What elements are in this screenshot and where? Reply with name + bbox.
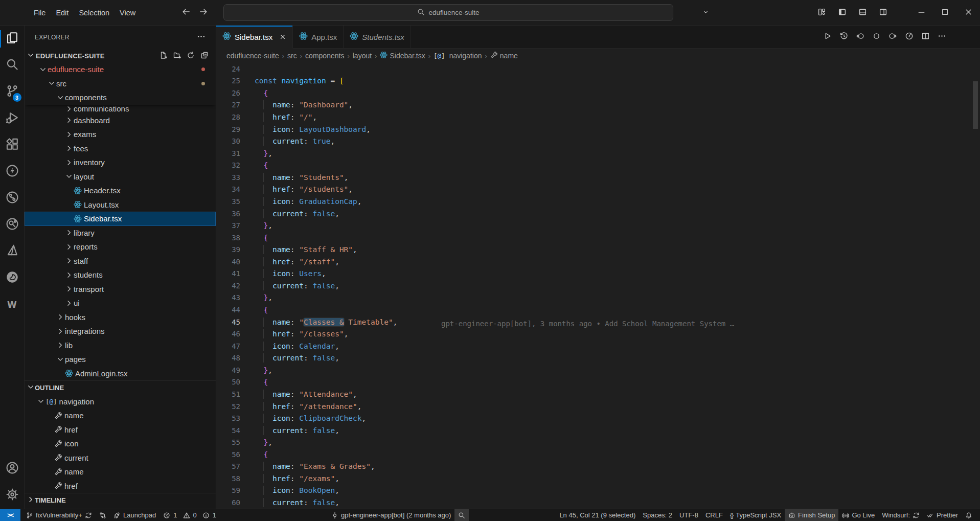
activity-explorer[interactable]	[0, 26, 25, 52]
activity-run-debug[interactable]	[0, 105, 25, 132]
breadcrumb-item-name[interactable]: name	[490, 51, 518, 60]
breadcrumb-item-components[interactable]: components	[305, 52, 344, 60]
status-launchpad[interactable]: Launchpad	[110, 509, 159, 521]
status-search-indicator[interactable]	[454, 509, 469, 521]
status-problems[interactable]: 101	[159, 509, 223, 521]
status-encoding[interactable]: UTF-8	[676, 509, 702, 521]
line-number[interactable]: 58	[216, 474, 240, 483]
refresh-explorer-button[interactable]	[187, 51, 195, 61]
line-number[interactable]: 27	[216, 101, 240, 109]
line-number[interactable]: 42	[216, 282, 240, 290]
code-line-58[interactable]: 58 href: "/exams",	[216, 472, 980, 485]
line-number[interactable]: 56	[216, 450, 240, 459]
editor-scrollbar[interactable]	[973, 81, 978, 129]
close-tab-icon[interactable]	[279, 33, 286, 40]
status-go-live[interactable]: Go Live	[838, 509, 878, 521]
tree-item-layout[interactable]: layout	[25, 170, 216, 184]
tree-item-staff[interactable]: staff	[25, 254, 216, 268]
tree-item-lib[interactable]: lib	[25, 338, 216, 353]
line-number[interactable]: 51	[216, 390, 240, 398]
breadcrumb-item-edufluence-suite[interactable]: edufluence-suite	[226, 52, 279, 60]
tree-item-header-tsx[interactable]: Header.tsx	[25, 184, 216, 198]
status-prettier[interactable]: Prettier	[923, 509, 962, 521]
code-line-52[interactable]: 52 href: "/attendance",	[216, 400, 980, 413]
line-number[interactable]: 31	[216, 149, 240, 157]
copilot-edit-session[interactable]	[701, 8, 709, 17]
line-number[interactable]: 54	[216, 426, 240, 435]
code-line-38[interactable]: 38 {	[216, 232, 980, 244]
outline-section-header[interactable]: OUTLINE	[25, 380, 216, 395]
tree-item-library[interactable]: library	[25, 226, 216, 240]
outline-item-navigation[interactable]: [@]navigation	[25, 395, 216, 409]
minimize-button[interactable]	[909, 0, 933, 26]
line-number[interactable]: 52	[216, 402, 240, 411]
menu-selection[interactable]: Selection	[74, 6, 115, 19]
customize-layout-button[interactable]	[811, 0, 832, 26]
toggle-secondary-sidebar-button[interactable]	[873, 0, 893, 26]
line-number[interactable]: 28	[216, 113, 240, 121]
line-number[interactable]: 57	[216, 462, 240, 470]
code-line-29[interactable]: 29 icon: LayoutDashboard,	[216, 123, 980, 135]
code-line-31[interactable]: 31 },	[216, 147, 980, 160]
status-git-blame-commit[interactable]: gpt-engineer-app[bot] (2 months ago)	[328, 509, 454, 521]
tree-item-integrations[interactable]: integrations	[25, 324, 216, 338]
activity-extensions[interactable]	[0, 132, 25, 158]
activity-prism[interactable]	[0, 238, 25, 265]
code-line-49[interactable]: 49 },	[216, 364, 980, 376]
toggle-primary-sidebar-button[interactable]	[832, 0, 852, 26]
tree-item-communications[interactable]: communications	[25, 105, 216, 114]
status-finish-setup[interactable]: Finish Setup	[785, 509, 838, 521]
menu-more-button[interactable]	[141, 6, 151, 19]
line-number[interactable]: 41	[216, 269, 240, 278]
activity-source-control[interactable]: 3	[0, 79, 25, 105]
activity-settings[interactable]	[0, 482, 25, 509]
code-line-30[interactable]: 30 current: true,	[216, 135, 980, 147]
tree-item-hooks[interactable]: hooks	[25, 310, 216, 325]
status-notifications[interactable]	[962, 509, 976, 521]
breadcrumb-item-navigation[interactable]: [@]navigation	[434, 52, 482, 60]
code-line-42[interactable]: 42 current: false,	[216, 280, 980, 292]
code-line-53[interactable]: 53 icon: ClipboardCheck,	[216, 412, 980, 424]
activity-git-graph[interactable]	[0, 212, 25, 238]
tree-item-transport[interactable]: transport	[25, 282, 216, 297]
maximize-button[interactable]	[933, 0, 956, 26]
tree-item-fees[interactable]: fees	[25, 142, 216, 156]
activity-accounts[interactable]	[0, 456, 25, 482]
nav-circle-forward-button[interactable]	[888, 32, 897, 42]
tree-item-reports[interactable]: reports	[25, 240, 216, 254]
activity-gitlens[interactable]	[0, 185, 25, 212]
line-number[interactable]: 45	[216, 318, 240, 326]
outline-item-href[interactable]: href	[25, 423, 216, 437]
nav-back-button[interactable]	[181, 7, 191, 18]
nav-circle-back-button[interactable]	[856, 32, 864, 42]
status-remote-indicator[interactable]: ><	[0, 509, 20, 521]
outline-item-name[interactable]: name	[25, 465, 216, 479]
more-actions-icon[interactable]	[197, 32, 206, 43]
code-line-57[interactable]: 57 name: "Exams & Grades",	[216, 461, 980, 473]
activity-coderabbit[interactable]	[0, 265, 25, 291]
outline-item-href[interactable]: href	[25, 479, 216, 493]
code-line-26[interactable]: 26 {	[216, 87, 980, 99]
line-number[interactable]: 25	[216, 77, 240, 85]
code-line-48[interactable]: 48 current: false,	[216, 352, 980, 365]
tree-item-sidebar-tsx[interactable]: Sidebar.tsx	[25, 212, 216, 226]
code-line-39[interactable]: 39 name: "Staff & HR",	[216, 243, 980, 256]
tab-students-tsx[interactable]: Students.tsx	[344, 26, 411, 48]
line-number[interactable]: 26	[216, 89, 240, 97]
status-windsurf-status[interactable]: Windsurf:	[878, 509, 923, 521]
code-line-32[interactable]: 32 {	[216, 160, 980, 172]
tree-item-inventory[interactable]: inventory	[25, 155, 216, 170]
code-editor[interactable]: 2425const navigation = [26 {27 name: "Da…	[216, 63, 980, 509]
line-number[interactable]: 49	[216, 366, 240, 374]
line-number[interactable]: 24	[216, 65, 240, 73]
code-line-50[interactable]: 50 {	[216, 376, 980, 389]
code-line-43[interactable]: 43 },	[216, 292, 980, 304]
close-window-button[interactable]	[956, 0, 980, 26]
line-number[interactable]: 33	[216, 173, 240, 182]
line-number[interactable]: 29	[216, 125, 240, 133]
line-number[interactable]: 47	[216, 342, 240, 350]
code-line-25[interactable]: 25const navigation = [	[216, 75, 980, 87]
activity-search[interactable]	[0, 52, 25, 79]
new-file-button[interactable]	[159, 51, 167, 61]
line-number[interactable]: 44	[216, 306, 240, 314]
